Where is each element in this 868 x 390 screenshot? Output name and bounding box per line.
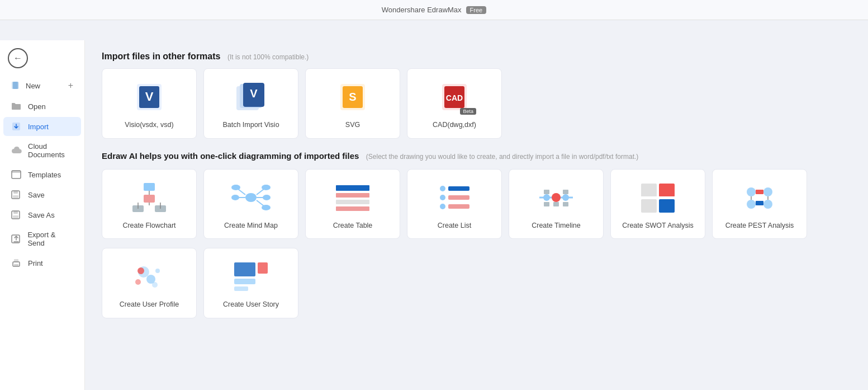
import-icon (11, 122, 22, 131)
main-content: Import files in other formats (It is not… (85, 40, 868, 390)
ai-card-pest[interactable]: Create PEST Analysis (712, 169, 807, 239)
svg-line-43 (238, 189, 245, 195)
list-label: Create List (438, 221, 471, 231)
beta-badge: Beta (460, 108, 476, 115)
table-icon (333, 181, 372, 214)
userstory-icon (231, 260, 271, 293)
svg-rect-76 (756, 190, 763, 194)
ai-section: Edraw AI helps you with one-click diagra… (102, 151, 851, 318)
svg-rect-7 (13, 195, 18, 198)
sidebar-item-export[interactable]: Export & Send (3, 225, 81, 252)
userprofile-label: Create User Profile (120, 300, 179, 310)
svg-point-58 (543, 194, 550, 201)
cloud-icon (11, 146, 22, 155)
svg-point-73 (763, 187, 772, 196)
saveas-icon (11, 210, 22, 219)
svg-rect-47 (336, 185, 369, 191)
svg-point-46 (231, 195, 239, 200)
svg-rect-4 (12, 171, 21, 173)
free-badge: Free (466, 6, 487, 14)
open-icon (11, 102, 22, 111)
svg-point-75 (763, 200, 772, 209)
sidebar-export-label: Export & Send (27, 231, 73, 247)
svg-rect-64 (544, 190, 549, 194)
table-label: Create Table (333, 221, 373, 231)
svg-rect-54 (448, 195, 469, 200)
import-card-batch-visio[interactable]: V Batch Import Visio (203, 68, 298, 139)
svg-point-40 (263, 195, 271, 200)
svg-rect-62 (553, 202, 559, 206)
flowchart-label: Create Flowchart (122, 221, 176, 231)
userstory-label: Create User Story (223, 300, 279, 310)
sidebar-print-label: Print (28, 259, 43, 267)
sidebar-saveas-label: Save As (28, 211, 55, 219)
cad-label: CAD(dwg,dxf) (433, 120, 476, 130)
new-icon (11, 81, 20, 90)
svg-rect-69 (659, 199, 675, 213)
import-card-visio[interactable]: V Visio(vsdx, vsd) (102, 68, 197, 139)
templates-icon (11, 170, 22, 179)
svg-rect-63 (563, 202, 568, 206)
ai-card-swot[interactable]: Create SWOT Analysis (610, 169, 705, 239)
nav-items: New + Open (0, 75, 84, 273)
sidebar-item-print[interactable]: Print (3, 253, 81, 272)
visio-label: Visio(vsdx, vsd) (125, 120, 173, 130)
svg-point-83 (135, 279, 141, 285)
mindmap-label: Create Mind Map (224, 221, 278, 231)
svg-point-72 (747, 187, 756, 196)
svg-text:S: S (349, 91, 356, 103)
svg-text:CAD: CAD (446, 93, 463, 102)
svg-point-84 (155, 269, 160, 273)
ai-card-mindmap[interactable]: Create Mind Map (203, 169, 298, 239)
back-button[interactable]: ← (8, 48, 28, 68)
pest-icon (740, 181, 779, 214)
svg-text:V: V (145, 90, 154, 104)
ai-card-timeline[interactable]: Create Timeline (509, 169, 604, 239)
ai-card-table[interactable]: Create Table (305, 169, 400, 239)
ai-card-list[interactable]: Create List (407, 169, 502, 239)
svg-rect-29 (144, 195, 155, 203)
flowchart-icon (130, 181, 169, 214)
svg-label: SVG (345, 120, 360, 130)
svg-rect-86 (234, 262, 255, 276)
pest-label: Create PEST Analysis (725, 221, 794, 231)
svg-rect-77 (756, 201, 763, 205)
svg-point-60 (562, 194, 569, 201)
sidebar-item-import[interactable]: Import (3, 117, 81, 136)
timeline-icon (537, 181, 576, 214)
import-card-cad[interactable]: CAD Beta CAD(dwg,dxf) (407, 68, 502, 139)
sidebar-item-new[interactable]: New + (3, 76, 81, 96)
svg-rect-65 (563, 190, 568, 194)
batch-visio-icon: V (231, 80, 271, 114)
svg-rect-61 (544, 202, 549, 206)
ai-card-userprofile[interactable]: Create User Profile (102, 248, 197, 318)
import-card-svg[interactable]: S SVG (305, 68, 400, 139)
ai-cards-row-2: Create User Profile Create User Story (102, 248, 851, 318)
import-note: (It is not 100% compatible.) (227, 53, 309, 61)
svg-rect-50 (336, 206, 369, 211)
sidebar-item-templates[interactable]: Templates (3, 165, 81, 184)
ai-section-title: Edraw AI helps you with one-click diagra… (102, 151, 359, 161)
sidebar-save-label: Save (28, 191, 45, 199)
svg-point-44 (231, 185, 240, 190)
svg-line-37 (257, 189, 264, 195)
svg-rect-9 (13, 211, 18, 214)
import-section: Import files in other formats (It is not… (102, 51, 851, 139)
sidebar-item-cloud[interactable]: Cloud Documents (3, 137, 81, 164)
sidebar-item-save[interactable]: Save (3, 185, 81, 204)
sidebar: ← New + (0, 40, 85, 390)
ai-card-flowchart[interactable]: Create Flowchart (102, 169, 197, 239)
svg-point-81 (137, 267, 144, 274)
svg-text:V: V (250, 87, 258, 100)
visio-icon: V (130, 80, 169, 114)
svg-point-53 (440, 195, 445, 200)
swot-icon (638, 181, 677, 214)
sidebar-item-saveas[interactable]: Save As (3, 205, 81, 224)
ai-card-userstory[interactable]: Create User Story (203, 248, 298, 318)
sidebar-item-open[interactable]: Open (3, 97, 81, 116)
import-cards-row: V Visio(vsdx, vsd) V (102, 68, 851, 139)
print-icon (11, 259, 22, 267)
save-icon (11, 190, 22, 199)
svg-rect-1 (13, 82, 18, 89)
sidebar-new-label: New (26, 82, 40, 90)
